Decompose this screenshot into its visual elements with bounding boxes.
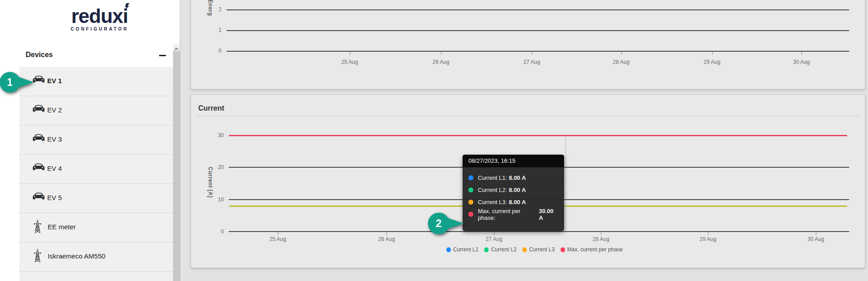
tooltip-label: Max. current per phase: <box>478 208 537 221</box>
devices-title: Devices <box>26 51 53 59</box>
tooltip-timestamp: 08/27/2023, 16:15 <box>463 155 564 167</box>
tooltip-value: 8.00 A <box>509 187 526 193</box>
tooltip-row: Max. current per phase: 30.00 A <box>468 208 558 220</box>
badge-number: 2 <box>428 213 450 234</box>
y-tick-label: 1 <box>204 27 222 33</box>
y-tick-label: 0 <box>204 48 222 54</box>
tooltip-dot-amber <box>468 200 473 205</box>
tooltip-value: 8.00 A <box>509 174 526 181</box>
legend-dot-green <box>484 247 489 252</box>
tooltip-dot-green <box>468 187 473 192</box>
sidebar-item-iskraemeco[interactable]: Iskraemeco AM550 <box>19 242 173 272</box>
tooltip-label: Current L1: <box>478 174 507 181</box>
x-tick-mark <box>801 52 802 55</box>
sidebar-item-label: EV 2 <box>47 106 62 114</box>
sidebar-item-ev-1[interactable]: EV 1 <box>19 67 173 96</box>
annotation-badge-1[interactable]: 1 <box>0 72 36 93</box>
minus-icon <box>159 55 166 56</box>
current-y-axis-label: Current [A] <box>207 167 214 198</box>
lightning-bolt-icon <box>124 3 130 10</box>
x-tick-mark <box>494 232 494 235</box>
chart-legend: Current L1 Current L2 Current L3 Max. cu… <box>436 246 633 253</box>
tooltip-row: Current L3: 8.00 A <box>468 196 558 208</box>
tooltip-body: Current L1: 8.00 A Current L2: 8.00 A Cu… <box>463 167 564 220</box>
sidebar-item-ev-3[interactable]: EV 3 <box>19 125 173 155</box>
x-tick-label: 27 Aug <box>517 59 546 65</box>
sidebar-item-ee-meter[interactable]: EE meter <box>19 213 173 242</box>
legend-label: Current L1 <box>453 246 479 253</box>
app-window: reduxi CONFIGURATOR Devices EV 1 EV 2 EV… <box>0 0 868 281</box>
legend-item-current-l2[interactable]: Current L2 <box>484 246 516 253</box>
sidebar-item-ev-4[interactable]: EV 4 <box>19 155 173 184</box>
car-icon <box>33 104 45 112</box>
gridline-0 <box>227 51 849 52</box>
x-tick-mark <box>532 52 532 55</box>
legend-dot-red <box>561 247 565 252</box>
scroll-up-button[interactable] <box>173 44 180 51</box>
sidebar-item-label: EE meter <box>48 223 76 231</box>
car-icon <box>33 192 45 200</box>
car-icon <box>33 163 45 171</box>
legend-label: Max. current per phase <box>567 246 623 253</box>
gridline-1 <box>227 30 849 31</box>
chart-tooltip: 08/27/2023, 16:15 Current L1: 8.00 A Cur… <box>463 155 564 231</box>
logo-subtitle: CONFIGURATOR <box>19 27 180 31</box>
sidebar-item-ev-2[interactable]: EV 2 <box>19 96 173 125</box>
x-tick-mark <box>350 52 350 55</box>
scrollbar-thumb[interactable] <box>173 51 180 281</box>
y-tick-label: 30 <box>206 132 224 138</box>
x-tick-label: 29 Aug <box>694 236 722 242</box>
x-tick-mark <box>387 232 387 235</box>
sidebar-item-ev-5[interactable]: EV 5 <box>19 184 173 213</box>
hover-crosshair-line <box>565 136 566 231</box>
tooltip-dot-blue <box>468 175 473 180</box>
legend-dot-blue <box>446 247 451 252</box>
current-chart-title: Current <box>198 104 224 112</box>
x-tick-mark <box>278 232 278 235</box>
sidebar-scrollbar[interactable] <box>173 44 180 281</box>
chevron-up-icon <box>174 48 178 50</box>
x-tick-label: 25 Aug <box>263 236 292 242</box>
app-logo: reduxi CONFIGURATOR <box>19 6 180 31</box>
legend-item-current-l1[interactable]: Current L1 <box>446 246 479 253</box>
series-line-max-current[interactable] <box>229 135 847 136</box>
y-tick-label: 20 <box>206 164 224 170</box>
legend-label: Current L2 <box>491 246 516 253</box>
legend-item-current-l3[interactable]: Current L3 <box>522 246 555 253</box>
x-tick-label: 26 Aug <box>427 59 455 65</box>
annotation-badge-2[interactable]: 2 <box>428 213 465 234</box>
collapse-section-button[interactable] <box>158 51 168 59</box>
tooltip-value: 8.00 A <box>509 199 526 205</box>
x-tick-mark <box>601 232 601 235</box>
x-tick-mark <box>441 52 441 55</box>
sidebar-item-label: EV 3 <box>47 135 62 143</box>
energy-chart-panel: Energ 2 1 0 25 Aug 26 Aug 27 Aug 28 Aug … <box>191 0 865 89</box>
legend-dot-amber <box>522 247 527 252</box>
x-tick-label: 27 Aug <box>480 236 508 242</box>
logo-header: reduxi CONFIGURATOR <box>19 0 180 45</box>
x-tick-mark <box>712 52 712 55</box>
logo-text: reduxi <box>71 6 128 26</box>
car-icon <box>33 134 45 142</box>
tooltip-label: Current L3: <box>478 199 507 205</box>
tooltip-label: Current L2: <box>478 187 507 193</box>
transmission-tower-icon <box>31 249 44 263</box>
gridline-2 <box>227 9 849 10</box>
x-tick-label: 29 Aug <box>698 59 726 65</box>
x-tick-label: 25 Aug <box>335 59 364 65</box>
y-tick-label: 2 <box>204 6 222 13</box>
sidebar: reduxi CONFIGURATOR Devices EV 1 EV 2 EV… <box>19 0 180 281</box>
legend-label: Current L3 <box>529 246 555 253</box>
gridline-0-axis <box>229 231 849 232</box>
x-tick-label: 30 Aug <box>787 59 816 65</box>
x-tick-label: 28 Aug <box>587 236 615 242</box>
transmission-tower-icon <box>31 219 44 233</box>
y-tick-label: 10 <box>206 196 224 203</box>
x-tick-label: 26 Aug <box>372 236 401 242</box>
sidebar-item-label: Iskraemeco AM550 <box>48 252 105 260</box>
legend-item-max-current[interactable]: Max. current per phase <box>561 246 623 253</box>
sidebar-item-label: EV 4 <box>47 165 62 172</box>
x-tick-label: 28 Aug <box>607 59 636 65</box>
y-tick-label: 0 <box>206 228 224 235</box>
x-tick-mark <box>621 52 622 55</box>
